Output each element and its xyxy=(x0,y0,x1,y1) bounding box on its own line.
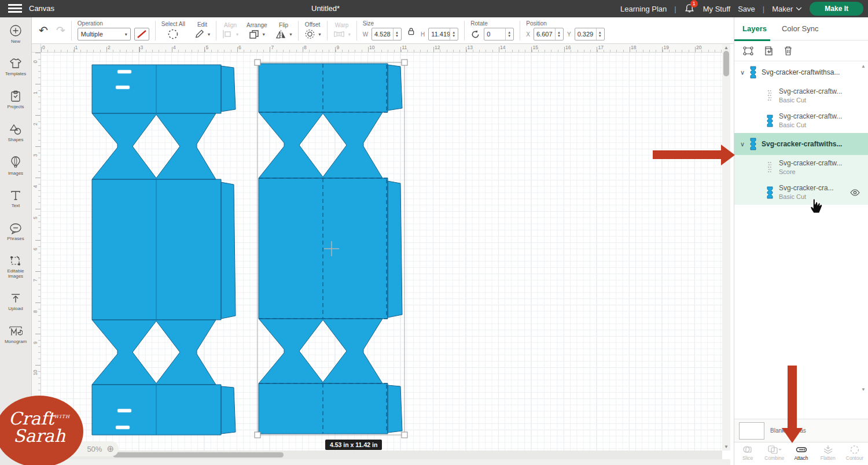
top-bar: Canvas Untitled* Learning Plan | 1 My St… xyxy=(0,0,868,17)
redo-button[interactable]: ↷ xyxy=(56,25,65,36)
arrange-layers-icon[interactable] xyxy=(249,29,259,39)
ruler-tick-label: 6 xyxy=(238,45,241,50)
select-all-icon[interactable] xyxy=(167,28,179,40)
position-y-stepper[interactable]: ▲▼ xyxy=(596,28,604,40)
hamburger-menu-icon[interactable] xyxy=(8,4,22,13)
my-stuff-link[interactable]: My Stuff xyxy=(703,5,730,13)
tab-color-sync[interactable]: Color Sync xyxy=(782,24,819,33)
sidebar-item-text[interactable]: Text xyxy=(0,182,31,215)
sidebar-item-projects[interactable]: Projects xyxy=(0,83,31,116)
sidebar-item-monogram[interactable]: Monogram xyxy=(0,318,31,351)
align-group: Align ▾ xyxy=(222,22,238,39)
duplicate-icon[interactable] xyxy=(763,46,774,56)
selection-handle-top-right[interactable] xyxy=(402,60,407,65)
size-group: Size W ▲▼ H ▲▼ xyxy=(363,20,459,40)
combine-icon xyxy=(767,445,781,455)
active-tab-underline xyxy=(734,39,770,41)
layer-group-1[interactable]: ∨ Svg-cracker-craftwithsa... xyxy=(734,61,868,83)
machine-selector[interactable]: Maker xyxy=(772,5,802,13)
layer-row[interactable]: Svg-cracker-craftw... Basic Cut xyxy=(734,108,868,133)
rotate-input[interactable]: ▲▼ xyxy=(484,28,514,40)
ruler-tick-label: 0 xyxy=(42,45,45,50)
position-y-input[interactable]: ▲▼ xyxy=(575,28,605,40)
width-input[interactable]: ▲▼ xyxy=(372,28,402,40)
linetype-swatch[interactable] xyxy=(134,28,149,40)
undo-button[interactable]: ↶ xyxy=(39,25,48,36)
red-line-swatch-icon xyxy=(137,29,147,39)
operation-dropdown[interactable]: Multiple ▾ xyxy=(78,28,131,40)
offset-icon[interactable] xyxy=(304,29,315,39)
layer-row[interactable]: Svg-cracker-craftw... Basic Cut xyxy=(734,83,868,108)
notifications-bell-icon[interactable]: 1 xyxy=(684,3,696,14)
sidebar-item-phrases[interactable]: Phrases xyxy=(0,215,31,248)
ruler-tick-label: 0 xyxy=(32,57,38,63)
zoom-level: 50% xyxy=(87,445,102,453)
pencil-icon[interactable] xyxy=(194,29,204,39)
document-title[interactable]: Untitled* xyxy=(311,4,340,13)
horizontal-ruler: 01234567891011121314151617181920 xyxy=(41,44,730,53)
attach-button[interactable]: Attach xyxy=(788,442,814,463)
scroll-up-arrow[interactable]: ▲ xyxy=(724,45,729,50)
chevron-down-icon[interactable]: ∨ xyxy=(740,141,745,148)
layer-row-basic-cut[interactable]: Svg-cracker-cra... Basic Cut xyxy=(734,180,868,205)
vertical-scrollbar-thumb[interactable] xyxy=(723,51,729,76)
sidebar-item-images[interactable]: Images xyxy=(0,149,31,182)
attach-paperclip-icon xyxy=(796,445,807,455)
width-stepper[interactable]: ▲▼ xyxy=(393,28,400,40)
cracker-thumb-score xyxy=(767,90,773,102)
height-stepper[interactable]: ▲▼ xyxy=(450,28,457,40)
contour-button[interactable]: Contour xyxy=(841,442,868,463)
layers-list: ▲ ∨ Svg-cracker-craftwithsa... Svg-crack… xyxy=(734,61,868,419)
sidebar-item-templates[interactable]: Templates xyxy=(0,50,31,83)
rotate-stepper[interactable]: ▲▼ xyxy=(505,28,513,40)
ruler-tick-label: 17 xyxy=(598,45,604,50)
tab-layers[interactable]: Layers xyxy=(742,24,767,33)
size-lock[interactable] xyxy=(405,27,417,35)
position-x-input[interactable]: ▲▼ xyxy=(534,28,564,40)
chevron-down-icon xyxy=(796,7,802,11)
canvas-area[interactable]: 01234567891011121314151617181920 0123456… xyxy=(32,44,730,465)
sidebar-item-editable-images[interactable]: Editable Images xyxy=(0,248,31,285)
shapes-icon xyxy=(9,124,22,135)
selection-handle-bottom-right[interactable] xyxy=(402,432,407,438)
chevron-down-icon[interactable]: ∨ xyxy=(740,69,745,76)
ruler-tick-label: 19 xyxy=(664,45,669,50)
group-icon[interactable] xyxy=(742,46,754,56)
layer-group-2-selected[interactable]: ∨ Svg-cracker-craftwiths... xyxy=(734,133,868,155)
align-icon[interactable] xyxy=(222,29,233,39)
position-x-stepper[interactable]: ▲▼ xyxy=(555,28,562,40)
selection-handle-top-left[interactable] xyxy=(255,60,260,65)
flip-icon[interactable] xyxy=(275,29,286,39)
slice-button[interactable]: Slice xyxy=(734,442,761,463)
scroll-down-arrow[interactable]: ▼ xyxy=(724,444,729,449)
layer-row-score[interactable]: Svg-cracker-craftw... Score xyxy=(734,155,868,180)
cracker-thumb-cut xyxy=(750,138,756,150)
layer-visibility-eye-icon[interactable] xyxy=(850,188,860,198)
zoom-in-button[interactable]: ⊕ xyxy=(106,444,114,454)
sidebar-item-upload[interactable]: Upload xyxy=(0,285,31,318)
selection-handle-bottom-left[interactable] xyxy=(255,432,260,438)
sidebar-item-shapes[interactable]: Shapes xyxy=(0,116,31,149)
rotate-icon[interactable] xyxy=(470,29,480,39)
learning-plan-link[interactable]: Learning Plan xyxy=(620,5,667,13)
combine-button[interactable]: Combine xyxy=(761,442,788,463)
delete-trash-icon[interactable] xyxy=(784,46,793,56)
height-input[interactable]: ▲▼ xyxy=(428,28,458,40)
horizontal-scrollbar-thumb[interactable] xyxy=(113,452,284,457)
make-it-button[interactable]: Make It xyxy=(810,2,863,16)
divider: | xyxy=(763,5,764,13)
flip-group: Flip ▾ xyxy=(275,22,292,39)
panel-scroll-down-icon[interactable]: ▼ xyxy=(861,387,866,392)
flatten-button[interactable]: Flatten xyxy=(815,442,841,463)
sidebar-item-new[interactable]: New xyxy=(0,17,31,50)
hot-air-balloon-icon xyxy=(10,156,21,169)
save-link[interactable]: Save xyxy=(738,5,755,13)
ruler-tick-label: 5 xyxy=(206,45,209,50)
canvas-color-swatch[interactable] xyxy=(739,422,764,440)
size-tooltip: 4.53 in x 11.42 in xyxy=(325,440,382,450)
panel-scroll-up-icon[interactable]: ▲ xyxy=(861,64,866,69)
ruler-tick-label: 6 xyxy=(32,245,38,250)
new-plus-icon xyxy=(9,24,22,37)
cracker-cut-shape[interactable] xyxy=(92,65,236,435)
hand-cursor xyxy=(808,195,824,216)
